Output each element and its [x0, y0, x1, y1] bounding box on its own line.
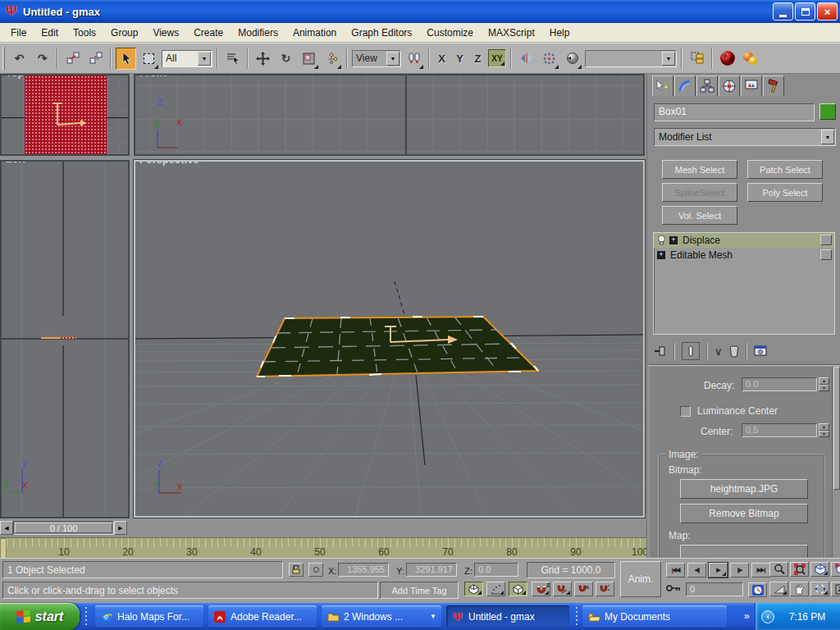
time-slider[interactable]: ◀ 0 / 100 ▶ [0, 521, 127, 535]
dropdown-arrow-icon[interactable]: ▼ [821, 130, 834, 144]
menu-tools[interactable]: Tools [66, 25, 103, 41]
expand-icon[interactable]: + [657, 251, 665, 259]
menu-group[interactable]: Group [103, 25, 145, 41]
material-editor-button[interactable] [717, 48, 737, 70]
select-by-name-button[interactable] [222, 48, 243, 70]
start-button[interactable]: start [0, 603, 80, 630]
field-of-view-button[interactable] [769, 582, 788, 596]
animate-button[interactable]: Anim. [620, 561, 661, 597]
remove-bitmap-button[interactable]: Remove Bitmap [680, 504, 808, 523]
select-and-rotate-button[interactable]: ↻ [276, 48, 296, 70]
menu-maxscript[interactable]: MAXScript [481, 25, 542, 41]
array-button[interactable] [539, 48, 559, 70]
viewport-perspective-label[interactable]: Perspective [139, 160, 199, 166]
select-object-button[interactable] [116, 48, 136, 70]
toolbar-grip[interactable] [2, 47, 5, 70]
zoom-extents-all-button[interactable] [831, 562, 840, 577]
bitmap-file-button[interactable]: heightmap.JPG [680, 479, 808, 499]
unlink-button[interactable] [85, 48, 106, 70]
pivot-point-button[interactable] [404, 48, 424, 70]
dropdown-arrow-icon[interactable]: ▼ [386, 52, 399, 66]
snap-3d-button[interactable]: 3 [532, 582, 550, 596]
redo-button[interactable]: ↷ [32, 48, 52, 70]
selection-region-button[interactable] [139, 48, 159, 70]
menu-animation[interactable]: Animation [285, 25, 344, 41]
make-unique-icon[interactable]: ∨ [714, 345, 723, 358]
viewport-left-label[interactable]: Left [6, 160, 25, 165]
spinner-snap-button[interactable] [596, 582, 614, 596]
hide-tray-icons-button[interactable]: ‹ [761, 610, 774, 623]
decay-field[interactable]: 0.0 [742, 377, 817, 391]
select-and-move-button[interactable] [253, 48, 273, 70]
minimize-button[interactable] [773, 2, 793, 21]
dropdown-arrow-icon[interactable]: ▼ [662, 52, 675, 66]
next-frame-button[interactable]: |▶ [730, 563, 749, 578]
clock[interactable]: 7:16 PM [774, 611, 840, 623]
remove-modifier-icon[interactable] [729, 345, 739, 358]
select-and-scale-button[interactable] [299, 48, 319, 70]
manipulate-button[interactable] [322, 48, 342, 70]
selection-filter-dropdown[interactable]: All ▼ [162, 50, 212, 67]
time-slider-prev-icon[interactable]: ◀ [0, 521, 13, 535]
spinner-down-icon[interactable]: ▼ [819, 431, 829, 438]
named-selection-dropdown[interactable]: ▼ [585, 50, 677, 67]
time-slider-next-icon[interactable]: ▶ [114, 521, 127, 535]
y-coord-field[interactable]: 3291.917 [406, 563, 457, 577]
close-button[interactable]: × [817, 2, 838, 21]
center-field[interactable]: 0.5 [742, 423, 817, 437]
align-button[interactable] [562, 48, 582, 70]
absolute-offset-toggle[interactable] [308, 563, 323, 577]
percent-snap-button[interactable] [509, 582, 527, 596]
stack-item-box[interactable] [820, 249, 832, 260]
lock-selection-button[interactable] [289, 563, 304, 577]
zoom-button[interactable] [769, 562, 788, 577]
menu-help[interactable]: Help [542, 25, 578, 41]
menu-edit[interactable]: Edit [34, 25, 66, 41]
viewport-front[interactable]: Front z y x [134, 74, 645, 156]
play-button[interactable]: ▶ [709, 563, 728, 578]
tab-utilities[interactable] [763, 75, 784, 96]
layers-button[interactable] [687, 48, 707, 70]
menu-modifiers[interactable]: Modifiers [231, 25, 285, 41]
dropdown-arrow-icon[interactable]: ▼ [198, 52, 211, 66]
track-bar-thumb[interactable] [0, 538, 7, 558]
restrict-x-button[interactable]: X [434, 49, 450, 67]
show-end-result-icon[interactable] [682, 342, 700, 360]
viewport-perspective[interactable]: Perspective [134, 160, 645, 518]
poly-select-button[interactable]: Poly Select [747, 183, 823, 202]
object-color-swatch[interactable] [819, 103, 836, 120]
object-name-field[interactable]: Box01 [654, 103, 815, 121]
percent-snap-magnet-button[interactable]: % [574, 582, 593, 596]
undo-button[interactable]: ↶ [9, 48, 30, 70]
min-max-toggle-button[interactable] [831, 582, 840, 596]
taskbar-chevron[interactable]: » [744, 609, 750, 622]
map-button-clipped[interactable] [680, 545, 808, 558]
select-and-link-button[interactable] [62, 48, 83, 70]
set-key-button[interactable] [666, 584, 681, 592]
taskbar-item-halo-maps[interactable]: e Halo Maps For... [95, 605, 203, 628]
render-button[interactable] [740, 48, 760, 70]
pin-stack-icon[interactable] [654, 345, 667, 357]
arc-rotate-button[interactable] [810, 582, 829, 596]
add-time-tag[interactable]: Add Time Tag [380, 582, 459, 599]
menu-create[interactable]: Create [186, 25, 231, 41]
parameters-scrollbar[interactable] [832, 367, 840, 558]
spinner-up-icon[interactable]: ▲ [819, 377, 829, 385]
luminance-center-checkbox[interactable] [680, 406, 691, 417]
pan-view-button[interactable] [790, 582, 809, 596]
modifier-list-dropdown[interactable]: Modifier List ▼ [654, 128, 836, 146]
taskbar-item-gmax[interactable]: Ψ Untitled - gmax [446, 605, 569, 628]
stack-item-editable-mesh[interactable]: + Editable Mesh [654, 248, 834, 262]
mirror-button[interactable] [516, 48, 536, 70]
angle-snap-magnet-button[interactable] [553, 582, 572, 596]
expand-icon[interactable]: + [669, 236, 678, 244]
snap-toggle-button[interactable] [464, 582, 483, 596]
menu-file[interactable]: File [3, 25, 34, 41]
reference-coordinate-dropdown[interactable]: View ▼ [352, 50, 401, 67]
zoom-all-button[interactable] [790, 562, 809, 577]
zoom-extents-button[interactable] [810, 562, 829, 577]
restrict-xy-plane-button[interactable]: XY [488, 49, 506, 67]
menu-views[interactable]: Views [145, 25, 186, 41]
x-coord-field[interactable]: 1355.955 [338, 563, 389, 577]
tab-display[interactable] [741, 75, 762, 96]
